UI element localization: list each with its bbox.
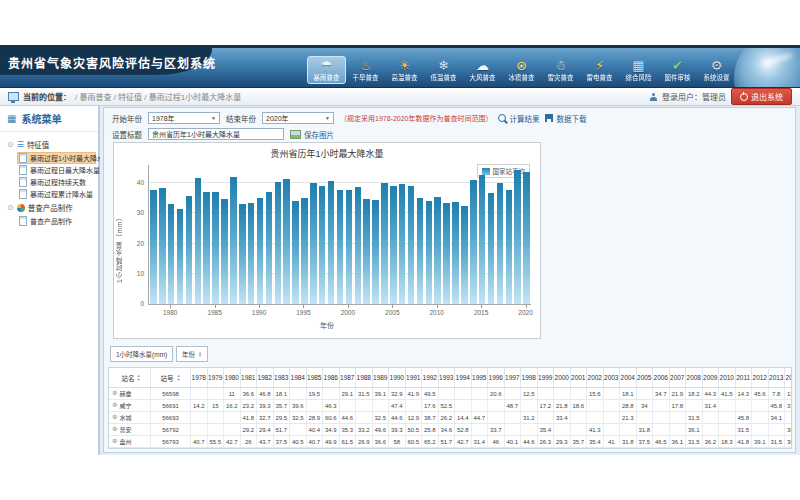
sidebar-item-label: 暴雨过程累计降水量	[30, 189, 93, 199]
sidebar-item-label: 普查产品制作	[30, 216, 72, 226]
column-header-year[interactable]: 1994	[455, 368, 472, 387]
sidebar-item-普查产品制作[interactable]: 普查产品制作	[17, 215, 96, 227]
value-cell: 46.8	[257, 388, 274, 399]
column-header-year[interactable]: 2001	[571, 368, 588, 387]
column-header-year[interactable]: 1981	[241, 368, 258, 387]
nav-item-comprehensive-risk[interactable]: ▦综合风险	[619, 56, 658, 84]
calculate-result-button[interactable]: 计算结果	[498, 113, 539, 124]
column-header-year[interactable]: 1996	[488, 368, 505, 387]
column-header-year[interactable]: 1982	[257, 368, 274, 387]
sidebar-group-普查产品制作[interactable]: ⊙普查产品制作	[2, 200, 96, 215]
column-header-year[interactable]: 1986	[323, 368, 340, 387]
value-cell: 31.8	[373, 448, 390, 449]
value-cell: 20.6	[488, 388, 505, 399]
nav-item-high-temp[interactable]: ☀高温普查	[385, 56, 424, 84]
column-header-year[interactable]: 1989	[373, 368, 390, 387]
measure-field-box[interactable]: 1小时降水量(mm)	[110, 346, 173, 362]
column-header-year[interactable]: 1988	[356, 368, 373, 387]
column-header-year[interactable]: 1997	[505, 368, 522, 387]
nav-item-label: 暴雨普查	[309, 73, 343, 81]
column-header-year[interactable]: 2004	[620, 368, 637, 387]
column-header-year[interactable]: 2013	[769, 368, 786, 387]
nav-item-low-temp[interactable]: ❄低温普查	[424, 56, 463, 84]
station-name: 水城	[119, 413, 131, 422]
column-header-year[interactable]: 1991	[406, 368, 423, 387]
tree-expand-icon[interactable]: ⊙	[7, 141, 14, 149]
sidebar-item-暴雨过程累计降水量[interactable]: 暴雨过程累计降水量	[17, 188, 96, 200]
hail-icon: ⊛	[503, 58, 540, 73]
column-header-year[interactable]: 2005	[637, 368, 654, 387]
column-header-year[interactable]: 2000	[554, 368, 571, 387]
column-header-year[interactable]: 2006	[653, 368, 670, 387]
nav-item-rain-cloud[interactable]: ☂暴雨普查	[307, 56, 346, 84]
palette-icon	[17, 204, 25, 212]
value-cell: 15	[208, 400, 225, 411]
column-header-year[interactable]: 1993	[439, 368, 456, 387]
nav-item-drought[interactable]: ♨干旱普查	[346, 56, 385, 84]
x-tick-label: 1995	[288, 309, 318, 316]
sidebar-group-特征值[interactable]: ⊙☰特征值	[2, 137, 96, 152]
column-header-year[interactable]: 2003	[604, 368, 621, 387]
tree-expand-icon[interactable]: ⊙	[7, 204, 14, 212]
nav-item-snow[interactable]: ☃雪灾普查	[541, 56, 580, 84]
column-header-year[interactable]: 1985	[307, 368, 324, 387]
column-header-year[interactable]: 2009	[703, 368, 720, 387]
sort-desc-icon: ▼	[137, 378, 141, 382]
expand-row-icon[interactable]: ⊕	[112, 426, 117, 433]
nav-item-settings-wrench[interactable]: ⚙系统设置	[697, 56, 736, 84]
column-header-year[interactable]: 1983	[274, 368, 291, 387]
value-cell	[571, 388, 588, 399]
end-year-select[interactable]: 2020年 ▼	[262, 112, 334, 124]
column-header-站名[interactable]: 站名▲▼	[109, 368, 151, 387]
column-header-year[interactable]: 1998	[521, 368, 538, 387]
chart-bar	[310, 183, 317, 304]
chart-bar	[514, 170, 521, 304]
value-cell: 33.2	[257, 448, 274, 449]
save-picture-button[interactable]: 保存图片	[290, 129, 334, 140]
chart-bar	[408, 186, 415, 304]
column-header-year[interactable]: 1984	[290, 368, 307, 387]
column-header-year[interactable]: 2014	[785, 368, 792, 387]
column-header-year[interactable]: 2002	[587, 368, 604, 387]
nav-item-hail[interactable]: ⊛冰雹普查	[502, 56, 541, 84]
logout-button[interactable]: 退出系统	[731, 88, 792, 105]
value-cell: 45.8	[769, 400, 786, 411]
column-header-year[interactable]: 2012	[752, 368, 769, 387]
column-header-year[interactable]: 1987	[340, 368, 357, 387]
expand-row-icon[interactable]: ⊕	[112, 390, 117, 397]
expand-row-icon[interactable]: ⊕	[112, 438, 117, 445]
column-header-year[interactable]: 2011	[736, 368, 753, 387]
value-cell	[472, 388, 489, 399]
column-header-year[interactable]: 1990	[389, 368, 406, 387]
column-header-year[interactable]: 2007	[670, 368, 687, 387]
column-header-year[interactable]: 1980	[224, 368, 241, 387]
sidebar-item-暴雨过程日最大降水量[interactable]: 暴雨过程日最大降水量	[17, 164, 96, 176]
column-header-year[interactable]: 1999	[538, 368, 555, 387]
value-cell	[719, 400, 736, 411]
value-cell	[571, 448, 588, 449]
year-column-field-box[interactable]: 年份 ▲▼	[176, 346, 208, 362]
nav-item-lightning[interactable]: ⚡雷电普查	[580, 56, 619, 84]
nav-item-map-review[interactable]: ✔图件审核	[658, 56, 697, 84]
column-header-year[interactable]: 1995	[472, 368, 489, 387]
column-header-year[interactable]: 2008	[686, 368, 703, 387]
value-cell: 60.5	[406, 436, 423, 447]
expand-row-icon[interactable]: ⊕	[112, 402, 117, 409]
sidebar-item-暴雨过程1小时最大降水量[interactable]: 暴雨过程1小时最大降水量	[17, 152, 96, 164]
rain-cloud-icon: ☂	[308, 58, 345, 73]
column-header-year[interactable]: 2010	[719, 368, 736, 387]
table-row: ⊕普安5679229.229.451.740.434.935.333.249.6…	[109, 424, 791, 436]
value-cell: 12.9	[406, 412, 423, 423]
sidebar-item-暴雨过程持续天数[interactable]: 暴雨过程持续天数	[17, 176, 96, 188]
station-name-cell: ⊕水城	[109, 412, 151, 423]
start-year-select[interactable]: 1978年 ▼	[148, 112, 220, 124]
nav-item-wind-cloud[interactable]: ☁大风普查	[463, 56, 502, 84]
data-download-button[interactable]: 数据下载	[545, 113, 586, 124]
value-cell: 18.2	[488, 448, 505, 449]
chart-title-input[interactable]	[148, 128, 284, 140]
column-header-year[interactable]: 1978	[191, 368, 208, 387]
column-header-站号[interactable]: 站号▲▼	[151, 368, 191, 387]
column-header-year[interactable]: 1992	[422, 368, 439, 387]
expand-row-icon[interactable]: ⊕	[112, 414, 117, 421]
column-header-year[interactable]: 1979	[208, 368, 225, 387]
